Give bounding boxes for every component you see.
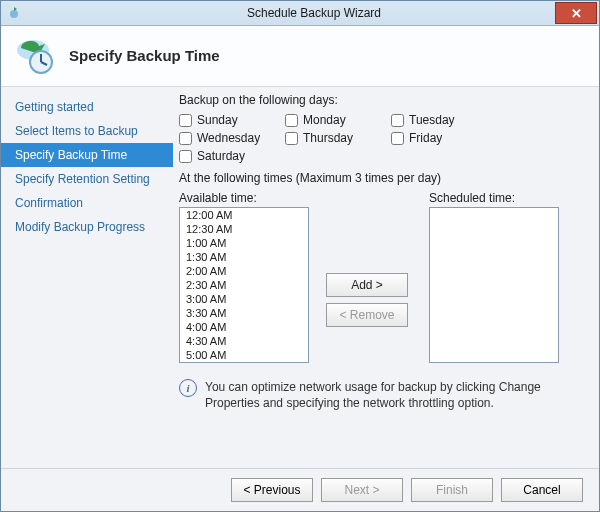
next-button[interactable]: Next > [321,478,403,502]
day-label: Monday [303,113,346,127]
day-checkbox[interactable] [179,114,192,127]
day-checkbox[interactable] [285,132,298,145]
day-checkbox[interactable] [391,132,404,145]
list-item[interactable]: 5:00 AM [180,348,308,362]
day-checkbox[interactable] [179,132,192,145]
add-button[interactable]: Add > [326,273,408,297]
day-checkbox[interactable] [391,114,404,127]
times-area: Available time: 12:00 AM12:30 AM1:00 AM1… [179,191,583,363]
day-checkbox[interactable] [179,150,192,163]
days-section-label: Backup on the following days: [179,93,583,107]
titlebar: Schedule Backup Wizard ✕ [1,1,599,26]
day-option[interactable]: Wednesday [179,131,285,145]
days-group: SundayMondayTuesdayWednesdayThursdayFrid… [179,113,583,163]
wizard-step[interactable]: Select Items to Backup [1,119,173,143]
window-title: Schedule Backup Wizard [29,6,599,20]
available-time-label: Available time: [179,191,309,205]
svg-point-0 [10,10,18,18]
main-panel: Backup on the following days: SundayMond… [173,85,599,467]
close-button[interactable]: ✕ [555,2,597,24]
wizard-step[interactable]: Confirmation [1,191,173,215]
app-icon [7,5,23,21]
scheduled-column: Scheduled time: [429,191,559,363]
day-label: Wednesday [197,131,260,145]
list-item[interactable]: 2:00 AM [180,264,308,278]
list-item[interactable]: 3:00 AM [180,292,308,306]
list-item[interactable]: 12:30 AM [180,222,308,236]
wizard-step[interactable]: Specify Retention Setting [1,167,173,191]
list-item[interactable]: 4:00 AM [180,320,308,334]
wizard-header: Specify Backup Time [1,26,599,87]
list-item[interactable]: 5:30 AM [180,362,308,363]
wizard-step[interactable]: Specify Backup Time [1,143,173,167]
day-option[interactable]: Tuesday [391,113,497,127]
wizard-window: Schedule Backup Wizard ✕ Specify Backup … [0,0,600,512]
day-label: Saturday [197,149,245,163]
info-text: You can optimize network usage for backu… [205,379,583,411]
day-label: Thursday [303,131,353,145]
wizard-steps-sidebar: Getting startedSelect Items to BackupSpe… [1,85,173,467]
available-column: Available time: 12:00 AM12:30 AM1:00 AM1… [179,191,309,363]
day-option[interactable]: Friday [391,131,497,145]
finish-button[interactable]: Finish [411,478,493,502]
day-option[interactable]: Thursday [285,131,391,145]
scheduled-time-label: Scheduled time: [429,191,559,205]
day-option[interactable]: Saturday [179,149,285,163]
list-item[interactable]: 12:00 AM [180,208,308,222]
available-time-listbox[interactable]: 12:00 AM12:30 AM1:00 AM1:30 AM2:00 AM2:3… [179,207,309,363]
previous-button[interactable]: < Previous [231,478,313,502]
list-item[interactable]: 4:30 AM [180,334,308,348]
remove-button[interactable]: < Remove [326,303,408,327]
day-option[interactable]: Monday [285,113,391,127]
wizard-footer: < Previous Next > Finish Cancel [1,468,599,511]
list-item[interactable]: 1:00 AM [180,236,308,250]
list-item[interactable]: 1:30 AM [180,250,308,264]
day-option[interactable]: Sunday [179,113,285,127]
times-section-label: At the following times (Maximum 3 times … [179,171,583,185]
info-icon: i [179,379,197,397]
cancel-button[interactable]: Cancel [501,478,583,502]
info-row: i You can optimize network usage for bac… [179,379,583,411]
day-label: Tuesday [409,113,455,127]
transfer-buttons: Add > < Remove [309,237,425,363]
page-title: Specify Backup Time [69,47,220,64]
day-checkbox[interactable] [285,114,298,127]
list-item[interactable]: 2:30 AM [180,278,308,292]
list-item[interactable]: 3:30 AM [180,306,308,320]
backup-time-icon [15,34,57,76]
scheduled-time-listbox[interactable] [429,207,559,363]
wizard-step[interactable]: Getting started [1,95,173,119]
day-label: Friday [409,131,442,145]
day-label: Sunday [197,113,238,127]
wizard-step[interactable]: Modify Backup Progress [1,215,173,239]
